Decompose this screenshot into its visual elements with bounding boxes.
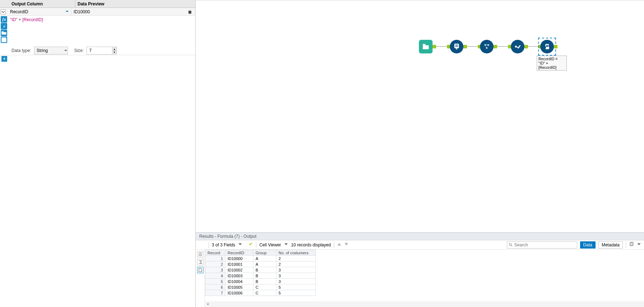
output-column-dropdown[interactable]: RecordID [8,8,71,15]
results-title: Results - Formula (7) - Output [196,232,644,240]
view-sigma-icon[interactable] [197,259,204,265]
nav-up-button[interactable] [337,242,341,247]
cell-record: 2 [205,261,225,267]
workflow-canvas[interactable]: 123 RecordID = "ID" + [RecordID] [196,0,644,232]
input-data-tool[interactable] [419,40,433,53]
svg-point-9 [515,46,517,48]
expr-field: [RecordID] [22,17,43,22]
collapse-toggle[interactable] [1,9,6,14]
cell-group: B [253,279,276,284]
results-toolbar: 3 of 3 Fields Cell Viewer 10 records dis… [196,240,644,250]
svg-point-10 [546,45,548,47]
table-row[interactable]: 2ID10001A2 [205,261,316,267]
size-input[interactable]: 7 ▲ ▼ [87,47,117,55]
config-column-headers: Output Column Data Preview [0,0,195,8]
formula-tool[interactable] [540,40,554,53]
cell-no-costumers: 3 [276,279,316,284]
svg-text:3: 3 [486,45,488,49]
cell-no-costumers: 2 [276,261,316,267]
separator [334,242,334,248]
expr-plus: + [18,17,23,22]
fields-summary[interactable]: 3 of 3 Fields [212,242,235,247]
fx-save-icon[interactable] [1,37,7,43]
output-anchor[interactable] [463,45,467,48]
nav-down-button[interactable] [344,242,349,247]
cell-recordid: ID10005 [225,284,253,290]
table-row[interactable]: 3ID10002B3 [205,267,316,273]
fields-check-icon[interactable] [249,242,253,247]
scroll-left-icon[interactable] [205,302,211,307]
separator [256,242,256,248]
formula-tool-icon [540,40,554,53]
add-expression-button[interactable]: + [1,56,7,62]
cell-no-costumers: 3 [276,267,316,273]
table-row[interactable]: 6ID10005C5 [205,284,316,290]
view-list-icon[interactable] [197,251,204,258]
select-tool[interactable] [450,40,463,53]
data-cleansing-icon [511,40,524,53]
col-no-costumers[interactable]: No. of costumers [276,250,316,256]
input-data-icon [419,40,433,53]
cell-record: 5 [205,279,225,284]
cell-group: B [253,273,276,279]
record-id-icon: 123 [480,40,494,53]
results-panel: Results - Formula (7) - Output 3 of 3 Fi… [196,232,644,307]
spinner-down-icon[interactable]: ▼ [112,51,116,54]
expression-editor-toolbar: ƒx 𝑥 [0,16,8,46]
data-cleansing-tool[interactable] [511,40,524,53]
col-group[interactable]: Group [253,250,276,256]
output-anchor[interactable] [433,45,436,48]
output-column-row: RecordID ID10000 [0,8,195,16]
cell-recordid: ID10006 [225,290,253,296]
spinner-up-icon[interactable]: ▲ [112,47,116,51]
record-id-tool[interactable]: 123 [480,40,494,53]
results-search[interactable] [507,241,577,249]
cell-recordid: ID10001 [225,261,253,267]
col-recordid[interactable]: RecordID [225,250,253,256]
output-anchor[interactable] [524,45,528,48]
data-preview-header: Data Preview [75,0,195,8]
size-spinner[interactable]: ▲ ▼ [112,47,116,54]
output-anchor[interactable] [554,45,557,48]
search-input[interactable] [514,242,575,247]
cell-group: A [253,261,276,267]
formula-config-panel: Output Column Data Preview RecordID ID10… [0,0,196,307]
cell-group: A [253,256,276,261]
expression-editor[interactable]: "ID" + [RecordID] [8,16,195,46]
cell-group: C [253,284,276,290]
cell-recordid: ID10004 [225,279,253,284]
tab-data[interactable]: Data [580,241,596,249]
view-page-icon[interactable] [197,267,204,273]
table-row[interactable]: 7ID10006C5 [205,290,316,296]
fx-folder-icon[interactable] [1,30,7,36]
fields-dropdown-caret-icon[interactable] [238,242,242,247]
cell-no-costumers: 3 [276,273,316,279]
col-record[interactable]: Record [205,250,225,256]
cell-group: C [253,290,276,296]
cell-viewer-caret-icon[interactable] [284,242,288,247]
cell-viewer-label[interactable]: Cell Viewer [259,242,281,247]
table-row[interactable]: 4ID10003B3 [205,273,316,279]
formula-tool-annotation[interactable]: RecordID = "ID" + [RecordID] [537,56,567,71]
output-anchor[interactable] [494,45,497,48]
svg-point-11 [509,243,511,245]
fx-variables-icon[interactable]: 𝑥 [1,23,7,29]
horizontal-scrollbar[interactable] [205,301,644,307]
delete-expression-button[interactable] [187,9,193,15]
data-preview-value: ID10000 [71,8,187,15]
size-value: 7 [89,48,92,53]
table-row[interactable]: 1ID10000A2 [205,256,316,261]
results-view-icons [196,250,205,307]
copy-button[interactable] [629,242,634,248]
tab-metadata[interactable]: Metadata [598,241,623,249]
results-grid[interactable]: Record RecordID Group No. of costumers 1… [205,250,644,307]
svg-rect-0 [454,44,459,48]
table-row[interactable]: 5ID10004B3 [205,279,316,284]
fx-functions-icon[interactable]: ƒx [1,16,7,23]
records-displayed: 10 records displayed [291,242,331,247]
data-type-dropdown[interactable]: String [34,47,68,55]
separator [209,242,209,248]
cell-record: 1 [205,256,225,261]
cell-no-costumers: 5 [276,284,316,290]
copy-dropdown-caret-icon[interactable] [637,242,641,247]
